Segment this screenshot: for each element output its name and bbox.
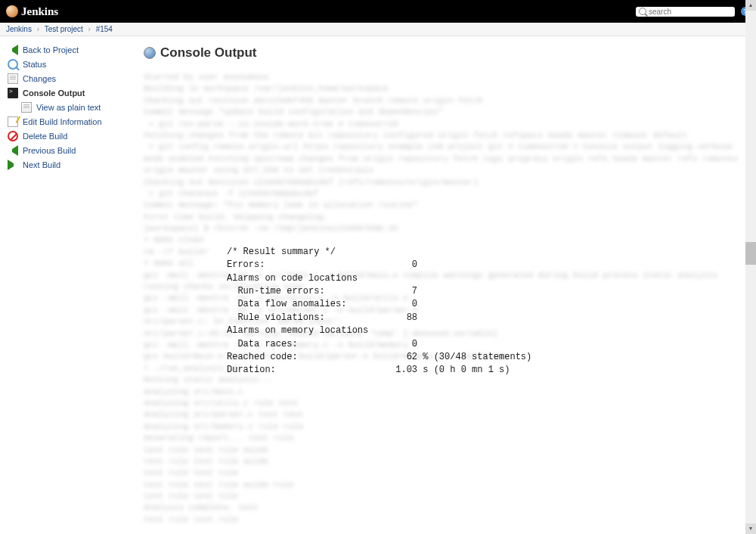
sidebar-item-label: Next Build (23, 160, 60, 169)
magnify-icon (8, 59, 18, 70)
sidebar-item-label: Delete Build (23, 132, 67, 141)
search-icon (639, 8, 646, 15)
breadcrumb-build[interactable]: #154 (96, 25, 113, 33)
main-content: Console Output Started by user anonymous… (129, 36, 756, 534)
search-box (636, 7, 735, 17)
delete-icon (8, 131, 18, 141)
arrow-right-icon (8, 160, 18, 170)
breadcrumb-jenkins[interactable]: Jenkins (6, 25, 32, 33)
sidebar-item-edit[interactable]: Edit Build Information (0, 115, 129, 129)
sidebar-item-console[interactable]: Console Output (0, 86, 129, 100)
sidebar-item-status[interactable]: Status (0, 57, 129, 71)
jenkins-icon (6, 5, 18, 17)
page-title-text: Console Output (160, 45, 256, 61)
sidebar-item-label: Edit Build Information (23, 117, 102, 126)
sidebar-item-back[interactable]: Back to Project (0, 43, 129, 57)
logo[interactable]: Jenkins (6, 5, 58, 18)
arrow-left-icon (8, 45, 18, 55)
terminal-icon (8, 88, 18, 98)
page-title: Console Output (144, 45, 741, 61)
logo-text: Jenkins (21, 5, 58, 18)
sidebar-item-prev[interactable]: Previous Build (0, 144, 129, 157)
sidebar-item-label: View as plain text (36, 103, 101, 112)
edit-icon (8, 116, 18, 127)
scroll-up-icon[interactable]: ▴ (745, 0, 756, 11)
doc-icon (21, 102, 32, 113)
sidebar-item-delete[interactable]: Delete Build (0, 129, 129, 143)
scroll-down-icon[interactable]: ▾ (745, 523, 756, 534)
breadcrumb: Jenkins › Test project › #154 (0, 23, 756, 36)
sidebar-item-label: Back to Project (23, 45, 79, 54)
console-output: Started by user anonymous Building in wo… (144, 72, 741, 534)
breadcrumb-project[interactable]: Test project (45, 25, 83, 33)
sidebar-item-next[interactable]: Next Build (0, 158, 129, 172)
globe-icon (144, 47, 156, 59)
doc-icon (8, 73, 18, 84)
scrollbar[interactable]: ▴ ▾ (745, 0, 756, 534)
sidebar-item-plaintext[interactable]: View as plain text (0, 101, 129, 114)
search-input[interactable] (649, 8, 732, 16)
top-bar: Jenkins ? (0, 0, 756, 23)
scroll-thumb[interactable] (745, 242, 756, 265)
sidebar-item-changes[interactable]: Changes (0, 72, 129, 85)
console-summary: /* Result summary */ Errors: 0 Alarms on… (227, 246, 741, 377)
sidebar-item-label: Status (23, 60, 46, 69)
sidebar: Back to Project Status Changes Console O… (0, 36, 129, 534)
sidebar-item-label: Previous Build (23, 146, 76, 155)
arrow-left-icon (8, 145, 18, 156)
sidebar-item-label: Console Output (23, 88, 85, 98)
sidebar-item-label: Changes (23, 74, 56, 83)
